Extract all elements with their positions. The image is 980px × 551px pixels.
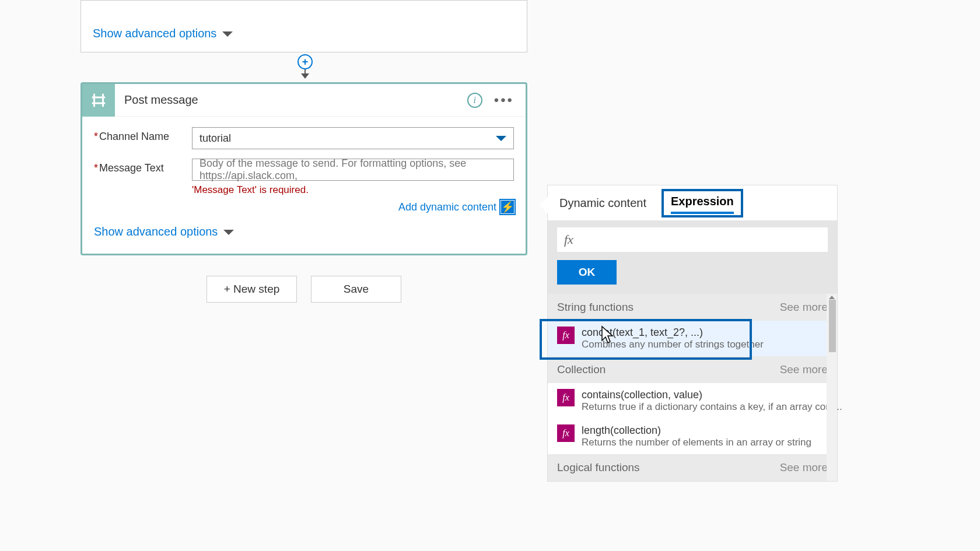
more-menu-button[interactable]: ••• — [494, 92, 514, 108]
scroll-up-icon — [829, 296, 835, 299]
dynamic-content-tab[interactable]: Dynamic content — [557, 193, 649, 213]
panel-content: fx OK — [548, 220, 837, 294]
fx-icon: fx — [557, 424, 575, 442]
chevron-down-icon — [223, 230, 234, 235]
show-advanced-label: Show advanced options — [94, 225, 218, 238]
channel-label: *Channel Name — [94, 127, 192, 143]
function-contains[interactable]: fx contains(collection, value) Returns t… — [548, 383, 837, 419]
show-advanced-label: Show advanced options — [93, 27, 216, 40]
arrow-down-icon — [304, 69, 306, 75]
add-dynamic-content-link[interactable]: Add dynamic content ⚡ — [192, 201, 514, 213]
connector: + — [300, 52, 310, 85]
ok-button[interactable]: OK — [557, 260, 617, 285]
function-desc: Combines any number of strings together — [582, 339, 828, 350]
card-title: Post message — [115, 93, 467, 107]
fx-icon: fx — [557, 327, 575, 344]
channel-row: *Channel Name tutorial — [94, 127, 514, 149]
function-desc: Returns the number of elements in an arr… — [582, 437, 828, 448]
message-label: *Message Text — [94, 159, 192, 174]
info-icon[interactable]: i — [467, 93, 482, 108]
function-name: length(collection) — [582, 424, 828, 437]
fx-icon: fx — [557, 389, 575, 406]
message-row: *Message Text Body of the message to sen… — [94, 159, 514, 213]
scrollbar-thumb[interactable] — [829, 300, 836, 352]
see-more-link[interactable]: See more — [780, 363, 828, 376]
add-step-between-button[interactable]: + — [298, 54, 313, 69]
message-text-input[interactable]: Body of the message to send. For formatt… — [192, 159, 514, 181]
action-buttons: + New step Save — [80, 276, 527, 303]
tab-underline — [671, 212, 734, 214]
message-placeholder: Body of the message to send. For formatt… — [200, 157, 506, 182]
function-list: String functions See more fx concat(text… — [548, 294, 837, 481]
card-body: *Channel Name tutorial *Message Text Bod… — [82, 117, 526, 254]
expression-tab-highlighted[interactable]: Expression — [662, 189, 743, 217]
message-error: 'Message Text' is required. — [192, 184, 514, 196]
see-more-link[interactable]: See more — [780, 301, 828, 314]
fx-icon: fx — [564, 232, 573, 247]
function-length[interactable]: fx length(collection) Returns the number… — [548, 419, 837, 454]
chevron-down-icon — [496, 136, 506, 141]
lightning-icon: ⚡ — [501, 201, 514, 213]
category-string: String functions See more — [548, 294, 837, 321]
panel-tabs: Dynamic content Expression — [548, 185, 837, 220]
channel-select[interactable]: tutorial — [192, 127, 514, 149]
expression-panel: Dynamic content Expression fx OK String … — [547, 185, 838, 482]
panel-caret — [540, 197, 548, 213]
category-collection: Collection See more — [548, 356, 837, 383]
function-desc: Returns true if a dictionary contains a … — [582, 401, 842, 413]
card-header[interactable]: Post message i ••• — [82, 84, 526, 117]
post-message-card: Post message i ••• *Channel Name tutoria… — [80, 82, 527, 255]
chevron-down-icon — [222, 31, 233, 37]
show-advanced-options-link[interactable]: Show advanced options — [94, 225, 514, 238]
slack-icon — [82, 84, 115, 117]
save-button[interactable]: Save — [311, 276, 401, 303]
expression-input[interactable]: fx — [557, 227, 828, 252]
scrollbar-track[interactable] — [827, 294, 837, 481]
previous-action-card: Show advanced options — [80, 0, 527, 52]
new-step-button[interactable]: + New step — [206, 276, 297, 303]
add-dynamic-label: Add dynamic content — [398, 201, 496, 213]
channel-value: tutorial — [200, 132, 231, 145]
function-name: concat(text_1, text_2?, ...) — [582, 327, 828, 339]
function-concat[interactable]: fx concat(text_1, text_2?, ...) Combines… — [548, 321, 837, 356]
function-name: contains(collection, value) — [582, 389, 842, 401]
show-advanced-options-link[interactable]: Show advanced options — [93, 27, 233, 40]
see-more-link[interactable]: See more — [780, 461, 828, 474]
category-logical: Logical functions See more — [548, 454, 837, 481]
